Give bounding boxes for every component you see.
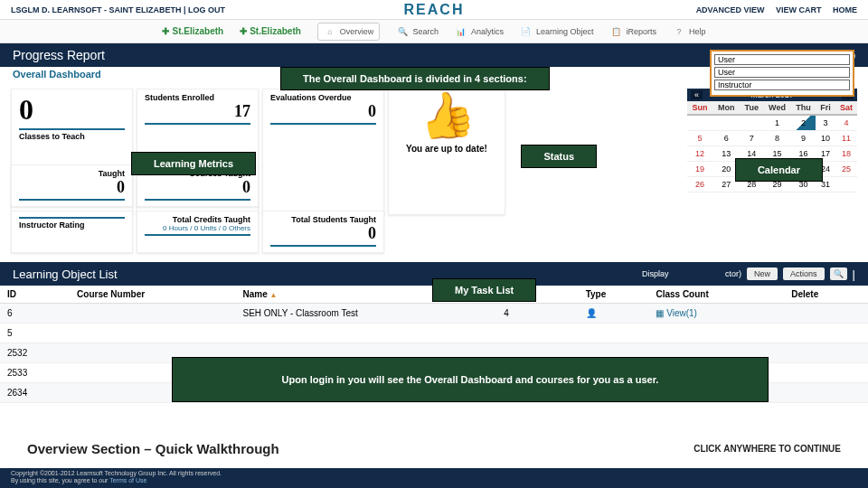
analytics-icon: 📊 <box>455 25 467 38</box>
col-id[interactable]: ID <box>0 286 70 304</box>
top-bar: LSGLM D. LEARNSOFT - SAINT ELIZABETH | L… <box>0 0 868 20</box>
search-icon: 🔍 <box>396 25 409 38</box>
overlay-calendar: Calendar <box>735 158 823 182</box>
nav-learning-object[interactable]: 📄Learning Object <box>520 25 594 38</box>
col-class-count[interactable]: Class Count <box>648 286 784 304</box>
sort-asc-icon: ▲ <box>270 291 278 299</box>
metric-taught: Taught0 <box>11 164 133 207</box>
overlay-title: The Overall Dashboard is divided in 4 se… <box>280 67 550 90</box>
overlay-learning-metrics: Learning Metrics <box>131 152 256 175</box>
document-icon: 📄 <box>520 25 533 38</box>
status-card: 👍You are up to date! <box>388 89 505 215</box>
new-button[interactable]: New <box>747 267 778 280</box>
brand-logo: REACH <box>293 2 575 18</box>
metric-instructor-rating: Instructor Rating <box>11 211 133 253</box>
tutorial-title: Overview Section – Quick Walkthrough <box>27 441 279 456</box>
actions-button[interactable]: Actions <box>783 267 825 280</box>
home-link[interactable]: HOME <box>833 5 857 14</box>
view-cart-link[interactable]: VIEW CART <box>776 5 822 14</box>
thumbs-up-icon: 👍 <box>393 85 501 147</box>
nav-help[interactable]: ?Help <box>673 25 706 38</box>
col-course-number[interactable]: Course Number <box>70 286 235 304</box>
continue-hint: CLICK ANYWHERE TO CONTINUE <box>693 444 841 454</box>
group-option-user[interactable]: User <box>714 54 850 65</box>
help-icon: ? <box>673 25 685 38</box>
overlay-status: Status <box>521 145 597 168</box>
nav-row: St.Elizabeth St.Elizabeth ⌂Overview 🔍Sea… <box>0 20 868 43</box>
nav-overview[interactable]: ⌂Overview <box>317 23 381 41</box>
footer: Copyright ©2001-2012 Learnsoft Technolog… <box>0 468 868 488</box>
overlay-my-task-list: My Task List <box>432 278 536 302</box>
pipe-icon: | <box>853 267 855 281</box>
search-lo-button[interactable]: 🔍 <box>830 267 847 280</box>
tutorial-bottom-bar[interactable]: Overview Section – Quick Walkthrough CLI… <box>0 428 868 468</box>
cal-prev[interactable]: « <box>691 90 703 99</box>
overlay-description: Upon login in you will see the Overall D… <box>172 357 769 402</box>
metric-total-credits: Total Credits Taught0 Hours / 0 Units / … <box>137 211 259 253</box>
group-option-instructor[interactable]: Instructor <box>714 80 850 90</box>
home-icon: ⌂ <box>324 25 336 38</box>
nav-analytics[interactable]: 📊Analytics <box>455 25 504 38</box>
table-row[interactable]: 5 <box>0 324 868 343</box>
terms-link[interactable]: Terms of Use <box>109 477 146 483</box>
progress-title: Progress Report <box>13 48 830 62</box>
org-logo-2: St.Elizabeth <box>240 26 301 36</box>
table-row[interactable]: 6SEH ONLY - Classroom Test4👤▦ View(1) <box>0 304 868 324</box>
col-type[interactable]: Type <box>579 286 649 304</box>
breadcrumb[interactable]: LSGLM D. LEARNSOFT - SAINT ELIZABETH | L… <box>11 5 293 14</box>
reports-icon: 📋 <box>609 25 622 38</box>
lo-title: Learning Object List <box>13 267 642 281</box>
nav-search[interactable]: 🔍Search <box>396 25 439 38</box>
metric-total-students: Total Students Taught0 <box>262 211 384 253</box>
advanced-view-link[interactable]: ADVANCED VIEW <box>696 5 765 14</box>
col-delete[interactable]: Delete <box>784 286 868 304</box>
org-logo-1: St.Elizabeth <box>162 26 223 36</box>
group-option-user-2[interactable]: User <box>714 67 850 78</box>
nav-reports[interactable]: 📋iReports <box>609 25 656 38</box>
group-dropdown-highlight: User User Instructor <box>710 50 854 97</box>
